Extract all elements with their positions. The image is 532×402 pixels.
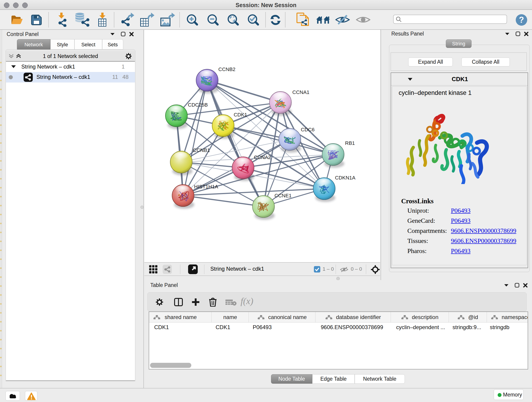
svg-text:CCNB1: CCNB1 — [193, 147, 210, 153]
svg-text:CDKN1A: CDKN1A — [335, 175, 355, 181]
svg-text:CCNE1: CCNE1 — [274, 193, 292, 198]
svg-text:CCNB2: CCNB2 — [218, 66, 235, 72]
svg-text:CDC6: CDC6 — [301, 127, 315, 133]
svg-text:CDK1: CDK1 — [234, 112, 247, 118]
svg-text:?: ? — [519, 15, 524, 25]
svg-text:RB1: RB1 — [345, 140, 355, 146]
svg-text:CDC25B: CDC25B — [188, 102, 208, 108]
svg-text:CCNA1: CCNA1 — [292, 89, 310, 95]
svg-text:HIST1H1A: HIST1H1A — [194, 184, 218, 190]
svg-text:CCNA2: CCNA2 — [254, 154, 271, 160]
